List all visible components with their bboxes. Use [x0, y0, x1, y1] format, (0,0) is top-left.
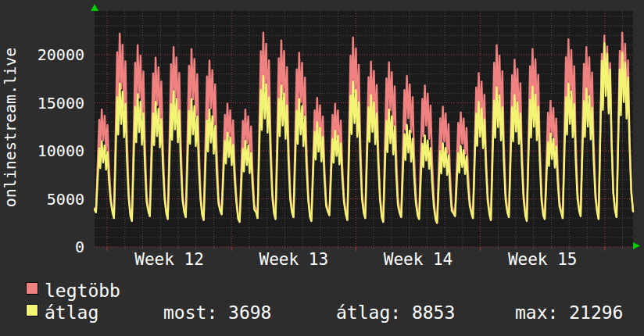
- rrd-graph: onlinestream.live 05000100001500020000 W…: [0, 0, 644, 336]
- x-week-label: Week 15: [508, 250, 578, 269]
- x-week-label: Week 12: [134, 250, 204, 269]
- legend-label-legtobb: legtöbb: [45, 281, 120, 301]
- x-week-label: Week 13: [259, 250, 329, 269]
- stat-max: max: 21296: [515, 302, 623, 323]
- legend-label-atlag: átlag: [45, 302, 98, 323]
- stat-most: most: 3698: [163, 302, 271, 323]
- y-tick-label: 20000: [0, 45, 84, 64]
- x-week-label: Week 14: [384, 250, 453, 269]
- legend-swatch-legtobb: [26, 282, 38, 295]
- stat-atlag: átlag: 8853: [336, 302, 455, 323]
- y-tick-label: 0: [0, 238, 84, 256]
- y-tick-label: 5000: [0, 190, 84, 209]
- axis-arrow-right-icon: [633, 242, 640, 249]
- axis-arrow-up-icon: [94, 7, 96, 11]
- vertical-axis-title: onlinestream.live: [1, 48, 20, 208]
- y-tick-label: 15000: [0, 94, 84, 113]
- y-tick-label: 10000: [0, 141, 84, 160]
- legend-swatch-atlag: [26, 304, 38, 316]
